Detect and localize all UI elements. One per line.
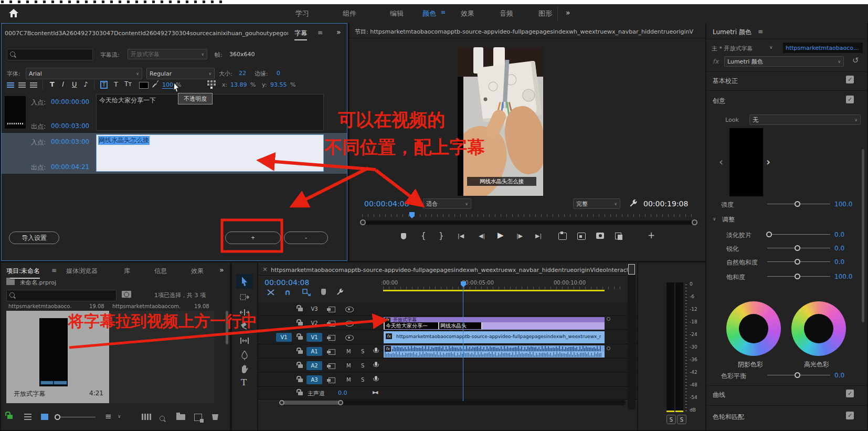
go-to-out-icon[interactable]: ▶| (535, 233, 542, 239)
playback-quality-select[interactable]: 完整∨ (573, 198, 620, 209)
track-visibility-eye-icon[interactable] (345, 307, 354, 312)
program-scroll-handle-left[interactable] (360, 219, 366, 225)
project-tab-menu-icon[interactable]: ≡ (51, 267, 57, 274)
in-value[interactable]: 00:00:03:00 (51, 138, 89, 145)
look-select[interactable]: 无∨ (749, 114, 861, 125)
track-lock-icon[interactable] (298, 350, 303, 354)
vibrance-slider[interactable] (767, 261, 830, 262)
folder-up-icon[interactable] (6, 279, 15, 285)
caption-search-input[interactable] (7, 49, 93, 60)
import-settings-button[interactable]: 导入设置 (9, 232, 59, 244)
remove-caption-button[interactable]: - (284, 232, 328, 244)
timeline-v-scrollbar[interactable] (628, 264, 636, 409)
font-family-select[interactable]: Arial∨ (26, 68, 142, 79)
solo-left-button[interactable]: S (666, 415, 676, 424)
edge-value[interactable]: 0 (277, 70, 280, 77)
mute-button[interactable]: M (346, 349, 351, 354)
saturation-slider[interactable] (767, 276, 830, 277)
timeline-h-scrollbar[interactable] (279, 400, 626, 405)
section-adjust[interactable]: 调整 (722, 215, 735, 224)
program-playhead[interactable] (409, 212, 415, 218)
sync-lock-icon[interactable] (329, 377, 335, 383)
sync-lock-icon[interactable] (329, 363, 335, 369)
sync-lock-icon[interactable] (329, 349, 335, 355)
thumbnail-zoom-slider[interactable] (56, 417, 96, 417)
track-target[interactable]: A2 (306, 361, 322, 370)
export-frame-camera-icon[interactable] (596, 233, 604, 239)
extract-icon[interactable] (577, 233, 586, 240)
project-item-label[interactable]: 开放式字幕 (14, 390, 45, 398)
shadow-tint-wheel[interactable] (726, 301, 781, 356)
solo-button[interactable]: S (361, 349, 364, 354)
master-gain-value[interactable]: 0.0 (338, 390, 347, 396)
track-select-tool[interactable] (240, 293, 249, 301)
solo-right-button[interactable]: S (677, 415, 686, 424)
text-opacity-value[interactable]: 100 (162, 81, 173, 89)
chevron-down-icon[interactable]: ∨ (769, 45, 773, 50)
lift-icon[interactable] (558, 233, 567, 240)
slip-tool[interactable] (240, 337, 249, 344)
tab-audio[interactable]: 音频 (500, 9, 513, 18)
track-target[interactable]: V1 (306, 333, 322, 342)
caption-track-clip[interactable]: fx 开放式字幕 今天给大家分享一 网线水晶头 (384, 317, 605, 330)
track-row-a3[interactable]: A3MS (258, 373, 637, 387)
creative-checkbox[interactable]: ✓ (846, 96, 854, 103)
tab-media-browser[interactable]: 媒体浏览器 (66, 267, 98, 276)
lumetri-target-label[interactable]: 主 * 开放式字幕 (712, 45, 753, 52)
align-right-icon[interactable] (30, 82, 37, 88)
lumetri-panel-title[interactable]: Lumetri 颜色 (713, 28, 751, 37)
track-scroll-handle[interactable] (607, 346, 610, 350)
align-left-icon[interactable] (7, 82, 14, 88)
italic-icon[interactable]: I (61, 80, 63, 88)
sync-lock-icon[interactable] (329, 307, 335, 312)
track-lock-icon[interactable] (298, 379, 303, 382)
tab-info[interactable]: 信息 (154, 267, 167, 276)
track-target[interactable]: A3 (306, 375, 322, 384)
search-bin-icon[interactable] (122, 291, 131, 298)
tint-balance-slider[interactable] (767, 375, 830, 375)
faded-film-slider[interactable] (767, 234, 830, 235)
solo-button[interactable]: S (361, 363, 364, 369)
caption-row[interactable]: 入点: 00:00:00:00 出点: 00:00:03:00 今天给大家分享一… (2, 93, 347, 133)
font-size-value[interactable]: 22 (239, 70, 246, 77)
voiceover-mic-icon[interactable] (375, 362, 377, 366)
tab-captions[interactable]: 字幕 (294, 29, 307, 40)
highlight-tint-wheel[interactable] (791, 301, 846, 356)
section-color-wheels-match[interactable]: 色轮和匹配 (713, 413, 744, 422)
look-next-arrow-icon[interactable]: › (766, 155, 770, 168)
lumetri-scrollbar[interactable] (862, 149, 864, 322)
fill-text-icon[interactable]: T (114, 80, 118, 88)
eyedropper-icon[interactable] (152, 80, 159, 88)
mute-button[interactable]: M (346, 377, 351, 383)
track-target[interactable]: V2 (306, 319, 322, 328)
tab-effects[interactable]: 效果 (461, 9, 474, 18)
project-item-name[interactable]: httpsmarketmtaobaoco... (8, 303, 71, 309)
intensity-slider[interactable] (767, 204, 830, 204)
project-file-name[interactable]: 未命名.prproj (20, 279, 56, 287)
go-to-in-icon[interactable]: |◀ (458, 233, 464, 239)
track-lock-icon[interactable] (298, 308, 303, 311)
tab-assembly[interactable]: 组件 (343, 9, 356, 18)
track-target[interactable]: A1 (306, 347, 322, 356)
caption-block[interactable]: 网线水晶头 (438, 322, 482, 329)
track-lock-icon[interactable] (298, 392, 303, 395)
comparison-view-icon[interactable] (615, 233, 621, 239)
caps-icon[interactable]: Tᴛ (124, 80, 132, 88)
program-scrollbar[interactable] (362, 220, 696, 225)
caption-text-field-active[interactable]: 网线水晶头怎么接 (96, 134, 324, 172)
home-icon[interactable] (8, 8, 19, 18)
pos-x-value[interactable]: 13.89 (230, 81, 247, 88)
project-search-input[interactable] (6, 290, 117, 301)
icon-view-icon[interactable] (41, 414, 48, 420)
audio-track-clip[interactable]: fx (384, 345, 605, 358)
text-box-icon[interactable]: T (100, 81, 108, 89)
adjust-collapse-icon[interactable]: ∨ (713, 216, 716, 222)
out-value[interactable]: 00:00:04:21 (51, 163, 89, 171)
tab-learn[interactable]: 学习 (295, 9, 309, 18)
mark-out-icon[interactable]: } (439, 231, 444, 240)
trash-icon[interactable] (212, 414, 218, 420)
out-value[interactable]: 00:00:03:00 (51, 122, 89, 130)
list-view-icon[interactable] (24, 414, 31, 420)
zoom-handle-right[interactable] (338, 400, 343, 405)
intensity-value[interactable]: 100.0 (834, 201, 852, 208)
